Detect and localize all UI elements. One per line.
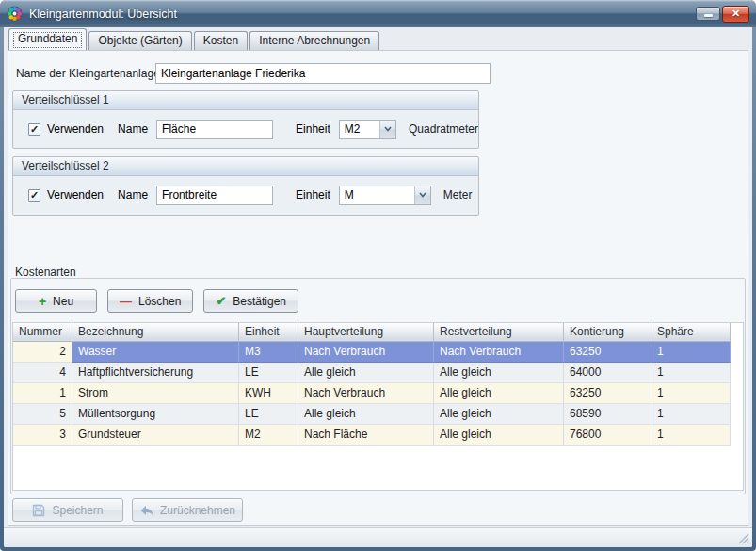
- key-name-input[interactable]: [156, 186, 273, 205]
- column-header-hauptverteilung[interactable]: Hauptverteilung: [298, 323, 434, 342]
- minus-icon: —: [120, 295, 132, 307]
- app-flower-icon: [7, 6, 23, 22]
- chevron-down-icon: [384, 126, 392, 132]
- combo-arrow-button[interactable]: [414, 186, 430, 204]
- table-header: Nummer Bezeichnung Einheit Hauptverteilu…: [13, 323, 743, 342]
- neu-button[interactable]: + Neu: [15, 289, 97, 313]
- group-title: Verteilschlüssel 2: [13, 157, 478, 176]
- window-title: Kleingartenmodul: Übersicht: [29, 8, 696, 21]
- table-row[interactable]: 2 Wasser M3 Nach Verbrauch Nach Verbrauc…: [13, 342, 743, 363]
- key-name-label: Name: [118, 188, 148, 202]
- header-filler: [731, 323, 743, 342]
- unit-hint: Quadratmeter: [409, 122, 478, 136]
- titlebar: Kleingartenmodul: Übersicht ✕: [0, 0, 756, 27]
- name-row: Name der Kleingartenanlage: [14, 62, 742, 85]
- group-title: Verteilschlüssel 1: [13, 91, 478, 110]
- column-header-nummer[interactable]: Nummer: [13, 323, 72, 342]
- kostenarten-toolbar: + Neu — Löschen ✔ Bestätigen: [15, 289, 298, 313]
- column-header-restverteilung[interactable]: Restverteilung: [434, 323, 564, 342]
- close-icon: ✕: [732, 8, 740, 20]
- column-header-sphaere[interactable]: Sphäre: [651, 323, 731, 342]
- einheit-label: Einheit: [296, 188, 330, 202]
- verwenden-checkbox[interactable]: ✓: [28, 123, 40, 136]
- verteilschluessel-1-group: Verteilschlüssel 1 ✓ Verwenden Name Einh…: [12, 90, 479, 149]
- resize-grip[interactable]: [736, 531, 750, 545]
- verteilschluessel-2-group: Verteilschlüssel 2 ✓ Verwenden Name Einh…: [12, 156, 479, 216]
- table-row[interactable]: 5 Müllentsorgung LE Alle gleich Alle gle…: [13, 404, 743, 425]
- loeschen-button[interactable]: — Löschen: [107, 289, 193, 313]
- unit-hint: Meter: [443, 188, 473, 202]
- column-header-einheit[interactable]: Einheit: [239, 323, 298, 342]
- plus-icon: +: [39, 295, 46, 308]
- tab-bar: Grunddaten Objekte (Gärten) Kosten Inter…: [8, 28, 379, 50]
- minimize-icon: [704, 14, 713, 17]
- key-name-label: Name: [118, 122, 148, 136]
- key-name-input[interactable]: [156, 120, 273, 139]
- table-row[interactable]: 4 Haftpflichtversicherung LE Alle gleich…: [13, 363, 743, 383]
- tab-content-panel: Name der Kleingartenanlage Verteilschlüs…: [8, 50, 748, 526]
- tab-objekte-gaerten[interactable]: Objekte (Gärten): [88, 31, 191, 50]
- einheit-selected-value: M: [340, 186, 414, 204]
- save-floppy-icon: [32, 504, 45, 517]
- undo-arrow-icon: [139, 505, 153, 516]
- name-label: Name der Kleingartenanlage: [16, 67, 160, 80]
- check-icon: ✓: [30, 190, 39, 201]
- check-icon: ✔: [216, 295, 226, 307]
- verwenden-label[interactable]: Verwenden: [47, 122, 104, 136]
- einheit-select[interactable]: M2: [339, 120, 396, 139]
- client-area: Grunddaten Objekte (Gärten) Kosten Inter…: [4, 27, 752, 547]
- kostenarten-table: Nummer Bezeichnung Einheit Hauptverteilu…: [12, 322, 744, 491]
- einheit-selected-value: M2: [340, 121, 379, 138]
- table-row[interactable]: 3 Grundsteuer M2 Nach Fläche Alle gleich…: [13, 425, 743, 446]
- column-header-kontierung[interactable]: Kontierung: [564, 323, 651, 342]
- bestaetigen-button[interactable]: ✔ Bestätigen: [203, 289, 298, 313]
- einheit-select[interactable]: M: [339, 186, 431, 205]
- column-header-bezeichnung[interactable]: Bezeichnung: [72, 323, 239, 342]
- verwenden-label[interactable]: Verwenden: [47, 188, 104, 202]
- tab-kosten[interactable]: Kosten: [194, 31, 248, 50]
- kostenarten-group: + Neu — Löschen ✔ Bestätigen Nummer: [10, 278, 746, 494]
- window: Kleingartenmodul: Übersicht ✕ Grunddaten…: [0, 0, 756, 551]
- tab-grunddaten[interactable]: Grunddaten: [8, 28, 87, 50]
- name-input[interactable]: [155, 63, 491, 84]
- check-icon: ✓: [30, 124, 39, 135]
- tab-interne-abrechnungen[interactable]: Interne Abrechnungen: [249, 31, 379, 50]
- close-button[interactable]: ✕: [722, 6, 749, 23]
- speichern-button[interactable]: Speichern: [12, 498, 123, 522]
- zuruecknehmen-button[interactable]: Zurücknehmen: [132, 498, 243, 522]
- einheit-label: Einheit: [296, 122, 330, 136]
- chevron-down-icon: [419, 192, 426, 198]
- verwenden-checkbox[interactable]: ✓: [28, 189, 40, 202]
- kostenarten-label: Kostenarten: [15, 266, 76, 279]
- minimize-button[interactable]: [696, 7, 720, 21]
- footer-toolbar: Speichern Zurücknehmen: [12, 498, 243, 522]
- table-row[interactable]: 1 Strom KWH Nach Verbrauch Alle gleich 6…: [13, 383, 743, 404]
- combo-arrow-button[interactable]: [379, 121, 395, 138]
- statusbar: [4, 527, 752, 547]
